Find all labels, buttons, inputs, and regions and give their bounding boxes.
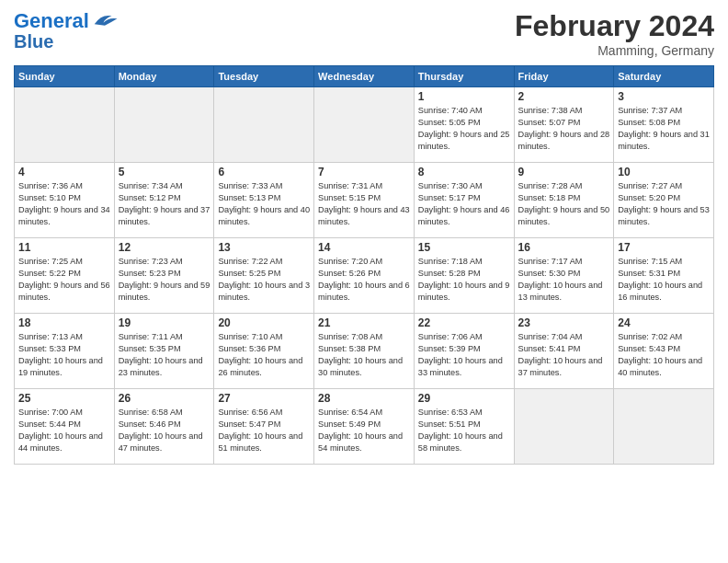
day-info: Sunrise: 7:33 AMSunset: 5:13 PMDaylight:… [218, 180, 310, 228]
table-row: 26Sunrise: 6:58 AMSunset: 5:46 PMDayligh… [114, 389, 214, 465]
day-number: 10 [618, 166, 710, 178]
table-row [15, 87, 115, 163]
table-row: 15Sunrise: 7:18 AMSunset: 5:28 PMDayligh… [414, 238, 514, 314]
day-info: Sunrise: 7:37 AMSunset: 5:08 PMDaylight:… [618, 105, 710, 153]
day-number: 4 [18, 166, 110, 178]
day-info: Sunrise: 7:34 AMSunset: 5:12 PMDaylight:… [119, 180, 210, 228]
day-number: 21 [318, 316, 410, 329]
day-number: 19 [119, 316, 210, 329]
day-number: 24 [618, 316, 710, 329]
day-info: Sunrise: 7:06 AMSunset: 5:39 PMDaylight:… [418, 331, 510, 379]
table-row [114, 87, 214, 163]
day-info: Sunrise: 6:56 AMSunset: 5:47 PMDaylight:… [218, 407, 310, 454]
day-number: 6 [218, 166, 310, 178]
day-number: 15 [418, 241, 510, 254]
table-row: 4Sunrise: 7:36 AMSunset: 5:10 PMDaylight… [15, 163, 115, 238]
table-row: 24Sunrise: 7:02 AMSunset: 5:43 PMDayligh… [614, 314, 714, 389]
table-row: 7Sunrise: 7:31 AMSunset: 5:15 PMDaylight… [314, 163, 415, 238]
day-number: 26 [119, 392, 210, 405]
table-row: 10Sunrise: 7:27 AMSunset: 5:20 PMDayligh… [614, 163, 714, 238]
day-info: Sunrise: 7:40 AMSunset: 5:05 PMDaylight:… [418, 105, 510, 153]
day-number: 11 [18, 241, 110, 254]
day-info: Sunrise: 6:54 AMSunset: 5:49 PMDaylight:… [318, 407, 410, 454]
day-number: 25 [18, 392, 110, 405]
table-row [514, 389, 614, 465]
header-wednesday: Wednesday [314, 66, 415, 87]
logo: General Blue [14, 9, 119, 51]
table-row: 21Sunrise: 7:08 AMSunset: 5:38 PMDayligh… [314, 314, 415, 389]
table-row: 5Sunrise: 7:34 AMSunset: 5:12 PMDaylight… [114, 163, 214, 238]
day-number: 18 [18, 316, 110, 329]
day-info: Sunrise: 7:36 AMSunset: 5:10 PMDaylight:… [18, 180, 110, 228]
day-number: 5 [119, 166, 210, 178]
header-friday: Friday [514, 66, 614, 87]
table-row: 8Sunrise: 7:30 AMSunset: 5:17 PMDaylight… [414, 163, 514, 238]
page-header: General Blue February 2024 Mamming, Germ… [14, 9, 714, 58]
table-row: 6Sunrise: 7:33 AMSunset: 5:13 PMDaylight… [214, 163, 314, 238]
table-row: 27Sunrise: 6:56 AMSunset: 5:47 PMDayligh… [214, 389, 314, 465]
page-container: General Blue February 2024 Mamming, Germ… [0, 0, 728, 469]
day-number: 13 [218, 241, 310, 254]
calendar-week-row: 1Sunrise: 7:40 AMSunset: 5:05 PMDaylight… [15, 87, 714, 163]
table-row: 28Sunrise: 6:54 AMSunset: 5:49 PMDayligh… [314, 389, 415, 465]
day-info: Sunrise: 7:23 AMSunset: 5:23 PMDaylight:… [119, 256, 210, 304]
day-info: Sunrise: 7:30 AMSunset: 5:17 PMDaylight:… [418, 180, 510, 228]
table-row: 22Sunrise: 7:06 AMSunset: 5:39 PMDayligh… [414, 314, 514, 389]
day-info: Sunrise: 7:25 AMSunset: 5:22 PMDaylight:… [18, 256, 110, 304]
day-number: 22 [418, 316, 510, 329]
calendar-week-row: 11Sunrise: 7:25 AMSunset: 5:22 PMDayligh… [15, 238, 714, 314]
title-area: February 2024 Mamming, Germany [515, 9, 714, 58]
day-number: 27 [218, 392, 310, 405]
table-row: 16Sunrise: 7:17 AMSunset: 5:30 PMDayligh… [514, 238, 614, 314]
month-year-title: February 2024 [515, 9, 714, 43]
day-info: Sunrise: 7:31 AMSunset: 5:15 PMDaylight:… [318, 180, 410, 228]
header-monday: Monday [114, 66, 214, 87]
day-number: 16 [518, 241, 610, 254]
day-info: Sunrise: 7:13 AMSunset: 5:33 PMDaylight:… [18, 331, 110, 379]
day-info: Sunrise: 7:18 AMSunset: 5:28 PMDaylight:… [418, 256, 510, 304]
day-number: 14 [318, 241, 410, 254]
day-number: 8 [418, 166, 510, 178]
day-number: 9 [518, 166, 610, 178]
day-number: 7 [318, 166, 410, 178]
table-row [614, 389, 714, 465]
day-info: Sunrise: 7:20 AMSunset: 5:26 PMDaylight:… [318, 256, 410, 304]
day-number: 2 [518, 90, 610, 103]
logo-bird-icon [91, 9, 119, 32]
day-info: Sunrise: 7:17 AMSunset: 5:30 PMDaylight:… [518, 256, 610, 304]
table-row: 2Sunrise: 7:38 AMSunset: 5:07 PMDaylight… [514, 87, 614, 163]
day-info: Sunrise: 7:28 AMSunset: 5:18 PMDaylight:… [518, 180, 610, 228]
day-info: Sunrise: 7:22 AMSunset: 5:25 PMDaylight:… [218, 256, 310, 304]
table-row: 23Sunrise: 7:04 AMSunset: 5:41 PMDayligh… [514, 314, 614, 389]
table-row: 12Sunrise: 7:23 AMSunset: 5:23 PMDayligh… [114, 238, 214, 314]
day-info: Sunrise: 7:02 AMSunset: 5:43 PMDaylight:… [618, 331, 710, 379]
day-info: Sunrise: 7:11 AMSunset: 5:35 PMDaylight:… [119, 331, 210, 379]
calendar-week-row: 4Sunrise: 7:36 AMSunset: 5:10 PMDaylight… [15, 163, 714, 238]
day-info: Sunrise: 6:53 AMSunset: 5:51 PMDaylight:… [418, 407, 510, 454]
day-info: Sunrise: 7:08 AMSunset: 5:38 PMDaylight:… [318, 331, 410, 379]
table-row: 14Sunrise: 7:20 AMSunset: 5:26 PMDayligh… [314, 238, 415, 314]
day-number: 17 [618, 241, 710, 254]
table-row: 25Sunrise: 7:00 AMSunset: 5:44 PMDayligh… [15, 389, 115, 465]
table-row: 1Sunrise: 7:40 AMSunset: 5:05 PMDaylight… [414, 87, 514, 163]
weekday-header-row: Sunday Monday Tuesday Wednesday Thursday… [15, 66, 714, 87]
header-tuesday: Tuesday [214, 66, 314, 87]
table-row [214, 87, 314, 163]
day-info: Sunrise: 6:58 AMSunset: 5:46 PMDaylight:… [119, 407, 210, 454]
table-row: 20Sunrise: 7:10 AMSunset: 5:36 PMDayligh… [214, 314, 314, 389]
day-info: Sunrise: 7:38 AMSunset: 5:07 PMDaylight:… [518, 105, 610, 153]
header-saturday: Saturday [614, 66, 714, 87]
day-info: Sunrise: 7:00 AMSunset: 5:44 PMDaylight:… [18, 407, 110, 454]
day-info: Sunrise: 7:04 AMSunset: 5:41 PMDaylight:… [518, 331, 610, 379]
day-info: Sunrise: 7:27 AMSunset: 5:20 PMDaylight:… [618, 180, 710, 228]
logo-general: General [14, 11, 89, 31]
day-number: 23 [518, 316, 610, 329]
calendar-table: Sunday Monday Tuesday Wednesday Thursday… [14, 65, 714, 465]
table-row: 18Sunrise: 7:13 AMSunset: 5:33 PMDayligh… [15, 314, 115, 389]
table-row: 11Sunrise: 7:25 AMSunset: 5:22 PMDayligh… [15, 238, 115, 314]
header-sunday: Sunday [15, 66, 115, 87]
table-row: 13Sunrise: 7:22 AMSunset: 5:25 PMDayligh… [214, 238, 314, 314]
day-number: 20 [218, 316, 310, 329]
table-row: 29Sunrise: 6:53 AMSunset: 5:51 PMDayligh… [414, 389, 514, 465]
day-number: 12 [119, 241, 210, 254]
